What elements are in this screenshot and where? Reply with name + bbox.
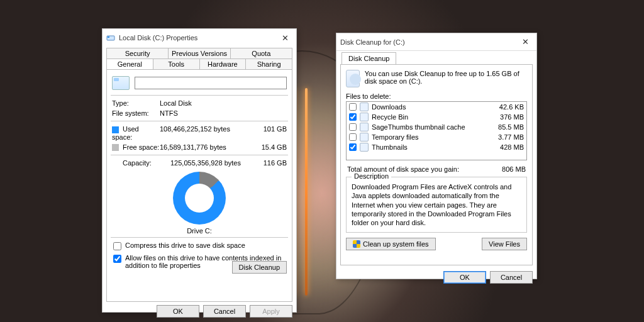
shield-icon bbox=[353, 240, 360, 248]
list-item[interactable]: Recycle Bin376 MB bbox=[347, 112, 526, 122]
disk-cleanup-button[interactable]: Disk Cleanup bbox=[232, 261, 287, 274]
drive-name-input[interactable] bbox=[135, 77, 287, 89]
cancel-button[interactable]: Cancel bbox=[203, 305, 246, 318]
tab-quota[interactable]: Quota bbox=[231, 48, 292, 58]
drive-caption: Drive C: bbox=[112, 227, 287, 235]
tab-tools[interactable]: Tools bbox=[153, 58, 200, 69]
window-title: Disk Cleanup for (C:) bbox=[340, 38, 405, 46]
dialog-buttons: OK Cancel Apply bbox=[103, 302, 296, 321]
file-name: Temporary files bbox=[372, 133, 486, 141]
tab-sharing[interactable]: Sharing bbox=[246, 58, 292, 69]
drive-icon bbox=[106, 33, 115, 42]
value-type: Local Disk bbox=[160, 99, 287, 107]
tab-page-general: Type:Local Disk File system:NTFS Used sp… bbox=[106, 69, 292, 302]
file-size: 3.77 MB bbox=[489, 133, 524, 141]
cleanup-info-text: You can use Disk Cleanup to free up to 1… bbox=[365, 70, 527, 87]
description-legend: Description bbox=[352, 172, 391, 180]
list-item[interactable]: Thumbnails428 MB bbox=[347, 142, 526, 152]
titlebar[interactable]: Local Disk (C:) Properties ✕ bbox=[103, 29, 296, 47]
file-size: 42.6 KB bbox=[489, 103, 524, 111]
label-used: Used space: bbox=[112, 125, 160, 141]
label-filesystem: File system: bbox=[112, 109, 160, 117]
value-capacity-bytes: 125,055,356,928 bytes bbox=[170, 159, 252, 167]
disk-cleanup-icon bbox=[346, 70, 360, 87]
value-filesystem: NTFS bbox=[160, 109, 287, 117]
tab-disk-cleanup[interactable]: Disk Cleanup bbox=[341, 52, 396, 64]
file-type-icon bbox=[360, 143, 369, 152]
file-size: 85.5 MB bbox=[489, 123, 524, 131]
list-item[interactable]: Temporary files3.77 MB bbox=[347, 132, 526, 142]
background-filament bbox=[305, 88, 308, 296]
cancel-button[interactable]: Cancel bbox=[490, 271, 533, 284]
description-group: Description Downloaded Program Files are… bbox=[346, 177, 527, 233]
label-free: Free space: bbox=[112, 143, 160, 152]
tab-page-disk-cleanup: You can use Disk Cleanup to free up to 1… bbox=[340, 64, 533, 265]
disk-cleanup-window: Disk Cleanup for (C:) ✕ Disk Cleanup You… bbox=[336, 33, 537, 279]
ok-button[interactable]: OK bbox=[443, 271, 486, 284]
list-item[interactable]: Downloads42.6 KB bbox=[347, 102, 526, 112]
index-checkbox-input[interactable] bbox=[113, 255, 121, 263]
value-used-human: 101 GB bbox=[252, 125, 287, 141]
value-free-human: 15.4 GB bbox=[252, 143, 287, 152]
drive-icon bbox=[112, 76, 130, 90]
tab-general[interactable]: General bbox=[106, 58, 153, 69]
clean-system-files-button[interactable]: Clean up system files bbox=[346, 238, 436, 250]
file-type-icon bbox=[360, 133, 369, 142]
compress-checkbox-input[interactable] bbox=[113, 242, 121, 250]
drive-properties-window: Local Disk (C:) Properties ✕ Security Pr… bbox=[102, 28, 297, 313]
file-size: 428 MB bbox=[489, 143, 524, 151]
file-size: 376 MB bbox=[489, 113, 524, 121]
tabs: Security Previous Versions Quota General… bbox=[106, 48, 292, 69]
titlebar[interactable]: Disk Cleanup for (C:) ✕ bbox=[336, 33, 536, 51]
value-used-bytes: 108,466,225,152 bytes bbox=[160, 125, 252, 141]
files-to-delete-label: Files to delete: bbox=[346, 92, 527, 100]
label-type: Type: bbox=[112, 99, 160, 107]
list-item[interactable]: SageThumbs thumbnail cache85.5 MB bbox=[347, 122, 526, 132]
apply-button: Apply bbox=[250, 305, 292, 318]
tab-previous-versions[interactable]: Previous Versions bbox=[169, 48, 230, 58]
value-free-bytes: 16,589,131,776 bytes bbox=[160, 143, 252, 152]
label-capacity: Capacity: bbox=[123, 159, 170, 167]
ok-button[interactable]: OK bbox=[157, 305, 199, 318]
file-name: Recycle Bin bbox=[372, 113, 486, 121]
file-checkbox[interactable] bbox=[349, 113, 357, 121]
description-text: Downloaded Program Files are ActiveX con… bbox=[352, 182, 521, 227]
compress-checkbox[interactable]: Compress this drive to save disk space bbox=[113, 242, 286, 250]
close-icon[interactable]: ✕ bbox=[518, 36, 533, 48]
files-list[interactable]: Downloads42.6 KBRecycle Bin376 MBSageThu… bbox=[346, 101, 527, 160]
close-icon[interactable]: ✕ bbox=[278, 32, 292, 44]
capacity-pie-chart bbox=[173, 172, 226, 225]
file-name: Downloads bbox=[372, 103, 486, 111]
tab-hardware[interactable]: Hardware bbox=[200, 58, 247, 69]
file-checkbox[interactable] bbox=[349, 133, 357, 141]
file-checkbox[interactable] bbox=[349, 103, 357, 111]
tab-security[interactable]: Security bbox=[106, 48, 169, 58]
window-title: Local Disk (C:) Properties bbox=[119, 34, 197, 42]
file-type-icon bbox=[360, 103, 369, 111]
file-type-icon bbox=[360, 113, 369, 121]
file-type-icon bbox=[360, 123, 369, 131]
view-files-button[interactable]: View Files bbox=[482, 238, 527, 250]
svg-rect-1 bbox=[108, 36, 109, 38]
file-name: SageThumbs thumbnail cache bbox=[372, 123, 486, 131]
total-gain-value: 806 MB bbox=[502, 165, 526, 173]
dialog-buttons: OK Cancel bbox=[336, 268, 536, 287]
file-name: Thumbnails bbox=[372, 143, 486, 151]
file-checkbox[interactable] bbox=[349, 143, 357, 151]
value-capacity-human: 116 GB bbox=[252, 159, 287, 167]
file-checkbox[interactable] bbox=[349, 123, 357, 131]
